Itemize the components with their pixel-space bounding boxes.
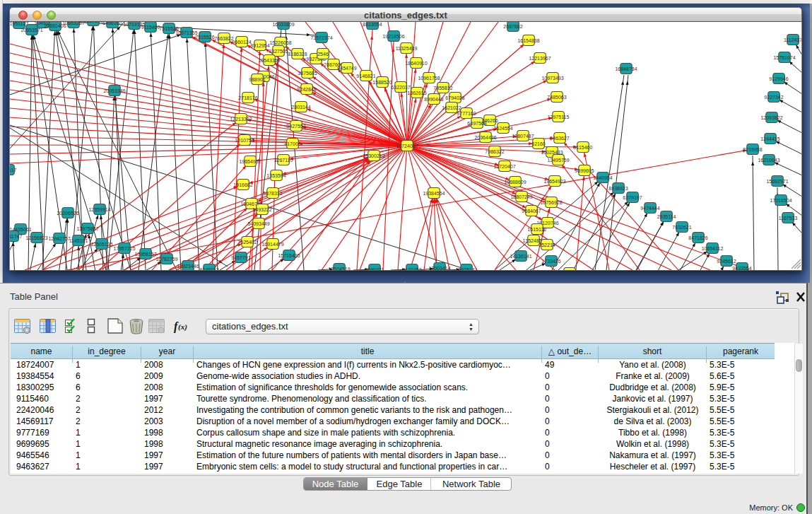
svg-text:8590331: 8590331 (365, 267, 384, 271)
svg-text:1244415: 1244415 (760, 136, 779, 141)
svg-text:5878312: 5878312 (263, 191, 282, 196)
svg-text:8471626: 8471626 (688, 235, 707, 240)
svg-text:18640910: 18640910 (405, 61, 427, 66)
svg-text:18724007: 18724007 (396, 144, 418, 148)
svg-text:16210643: 16210643 (758, 158, 779, 163)
svg-text:9660124: 9660124 (232, 40, 251, 45)
svg-text:10925141: 10925141 (455, 267, 477, 271)
svg-text:8215958: 8215958 (743, 147, 762, 152)
svg-text:9327505: 9327505 (269, 49, 288, 54)
svg-text:1621022: 1621022 (442, 105, 461, 110)
svg-text:(x): (x) (178, 322, 187, 332)
svg-text:12524519: 12524519 (328, 267, 350, 271)
svg-text:17016504: 17016504 (770, 198, 792, 203)
svg-text:1362615: 1362615 (407, 90, 426, 95)
svg-text:19384554: 19384554 (423, 191, 445, 196)
svg-text:6497568: 6497568 (467, 121, 486, 126)
svg-text:10973493: 10973493 (541, 76, 563, 81)
svg-text:6466160: 6466160 (102, 22, 122, 25)
svg-text:13975887: 13975887 (76, 226, 98, 231)
svg-text:8990448: 8990448 (424, 97, 443, 102)
svg-text:8912954: 8912954 (250, 43, 269, 48)
svg-text:9463627: 9463627 (550, 136, 569, 141)
svg-text:10961758: 10961758 (418, 76, 440, 81)
svg-text:12093822: 12093822 (760, 115, 782, 120)
svg-text:1145191: 1145191 (69, 238, 88, 243)
svg-text:10653267: 10653267 (62, 22, 84, 25)
svg-text:20364436: 20364436 (474, 135, 496, 140)
svg-text:1440954: 1440954 (593, 175, 612, 180)
svg-text:9245612: 9245612 (717, 259, 736, 264)
svg-text:1588520: 1588520 (372, 80, 392, 85)
svg-text:11325419: 11325419 (396, 46, 418, 51)
svg-text:417006: 417006 (284, 141, 300, 146)
svg-text:9115460: 9115460 (574, 145, 593, 150)
svg-text:18807249: 18807249 (510, 194, 532, 199)
svg-text:1167533: 1167533 (779, 216, 798, 221)
svg-text:12003414: 12003414 (428, 266, 450, 271)
svg-text:6322037: 6322037 (391, 85, 410, 90)
svg-text:6794028: 6794028 (445, 95, 464, 100)
svg-text:54093449: 54093449 (247, 221, 269, 226)
svg-text:1951127: 1951127 (10, 22, 28, 26)
svg-text:7515526: 7515526 (195, 35, 214, 40)
svg-text:1010753: 1010753 (235, 138, 254, 143)
svg-text:9474444: 9474444 (640, 206, 659, 211)
svg-text:10958157: 10958157 (134, 252, 156, 257)
svg-text:3267110: 3267110 (274, 158, 293, 163)
svg-text:7986322: 7986322 (485, 149, 504, 154)
svg-text:12156823: 12156823 (25, 235, 47, 240)
svg-text:15720407: 15720407 (493, 164, 515, 169)
svg-text:15716485: 15716485 (278, 253, 300, 258)
svg-text:10025433: 10025433 (541, 150, 563, 155)
svg-text:252214: 252214 (539, 243, 555, 247)
svg-text:17957225: 17957225 (113, 246, 135, 251)
svg-text:14136141: 14136141 (510, 254, 531, 259)
svg-text:9246013: 9246013 (199, 267, 218, 271)
svg-text:62160: 62160 (531, 141, 546, 146)
svg-text:8813054: 8813054 (363, 22, 382, 27)
svg-text:1733426: 1733426 (541, 259, 560, 264)
svg-text:6379197: 6379197 (623, 195, 642, 200)
svg-text:16848784: 16848784 (615, 66, 637, 71)
svg-text:2546: 2546 (317, 52, 329, 57)
svg-text:9684067: 9684067 (522, 209, 541, 214)
svg-text:16782759: 16782759 (155, 257, 177, 262)
svg-text:1916682: 1916682 (233, 182, 252, 187)
svg-text:12975115: 12975115 (548, 115, 570, 119)
svg-text:2687682: 2687682 (503, 24, 522, 29)
svg-text:12942757: 12942757 (48, 236, 70, 241)
svg-text:7485063: 7485063 (547, 95, 566, 100)
svg-text:1527602: 1527602 (83, 22, 102, 23)
svg-text:1353594: 1353594 (266, 173, 286, 178)
svg-text:9242848: 9242848 (297, 87, 316, 92)
svg-text:9115460: 9115460 (141, 25, 160, 30)
svg-text:16154838: 16154838 (517, 38, 539, 43)
svg-text:9457791: 9457791 (231, 255, 250, 260)
svg-text:2803144: 2803144 (291, 105, 310, 110)
svg-text:15751074: 15751074 (773, 55, 795, 60)
svg-text:12213302: 12213302 (230, 117, 252, 122)
svg-text:3624554: 3624554 (493, 126, 512, 131)
svg-text:25300213: 25300213 (363, 153, 384, 158)
svg-text:19654932: 19654932 (239, 159, 261, 164)
svg-text:1493222: 1493222 (252, 207, 271, 212)
svg-text:2935114: 2935114 (657, 214, 676, 219)
svg-text:15226058: 15226058 (269, 40, 291, 45)
svg-text:9227342: 9227342 (764, 95, 783, 100)
svg-text:10543362: 10543362 (258, 58, 280, 63)
svg-text:7625402: 7625402 (237, 240, 257, 245)
svg-text:19654923: 19654923 (543, 179, 565, 184)
svg-text:1112437: 1112437 (784, 37, 802, 42)
svg-text:12359914: 12359914 (88, 207, 110, 212)
svg-text:19218506: 19218506 (382, 34, 404, 39)
svg-text:8186328: 8186328 (288, 52, 307, 57)
svg-text:10671355: 10671355 (175, 30, 197, 35)
svg-text:439117: 439117 (10, 168, 17, 173)
svg-text:10807487: 10807487 (512, 134, 534, 139)
svg-text:7955812: 7955812 (433, 86, 452, 90)
svg-text:15692971: 15692971 (766, 179, 788, 184)
svg-text:3911747: 3911747 (10, 234, 22, 239)
svg-text:10756928: 10756928 (540, 200, 562, 205)
svg-text:9777169: 9777169 (457, 111, 476, 116)
